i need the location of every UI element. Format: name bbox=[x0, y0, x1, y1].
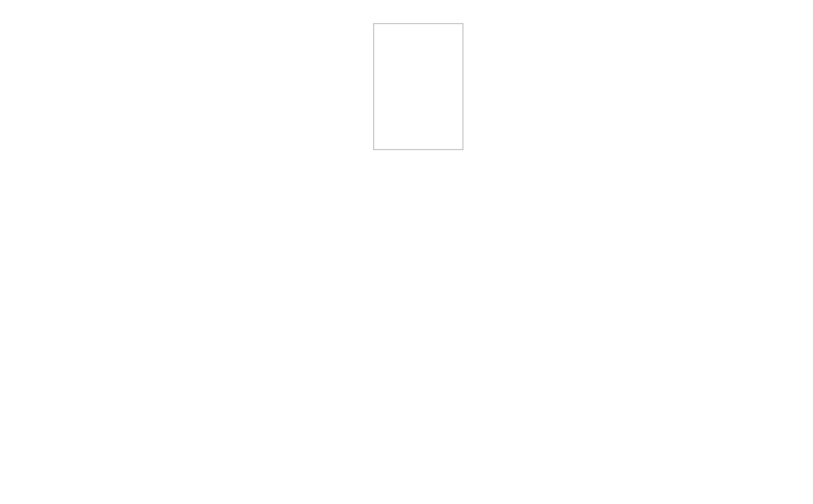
zone-box-root bbox=[374, 24, 463, 150]
